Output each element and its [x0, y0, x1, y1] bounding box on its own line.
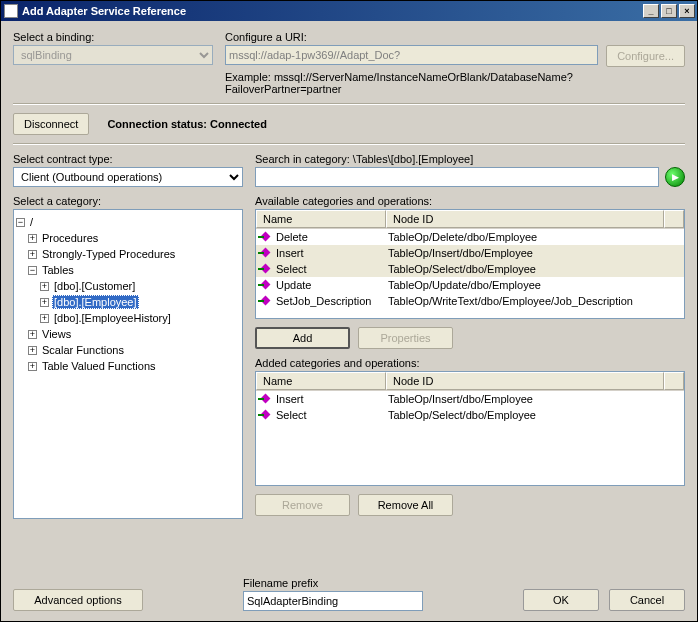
separator: [13, 103, 685, 105]
expand-icon[interactable]: +: [28, 346, 37, 355]
disconnect-button[interactable]: Disconnect: [13, 113, 89, 135]
uri-input[interactable]: [225, 45, 598, 65]
expand-icon[interactable]: +: [40, 298, 49, 307]
operation-icon: [260, 394, 272, 404]
tree-item[interactable]: −Tables: [16, 262, 240, 278]
tree-item[interactable]: +Scalar Functions: [16, 342, 240, 358]
tree-item[interactable]: +Procedures: [16, 230, 240, 246]
expand-icon[interactable]: +: [28, 330, 37, 339]
list-item[interactable]: SelectTableOp/Select/dbo/Employee: [256, 261, 684, 277]
ok-button[interactable]: OK: [523, 589, 599, 611]
search-label: Search in category: \Tables\[dbo].[Emplo…: [255, 153, 685, 165]
cancel-button[interactable]: Cancel: [609, 589, 685, 611]
available-listview[interactable]: Name Node ID DeleteTableOp/Delete/dbo/Em…: [255, 209, 685, 319]
operation-icon: [260, 232, 272, 242]
configure-button[interactable]: Configure...: [606, 45, 685, 67]
list-item[interactable]: SetJob_DescriptionTableOp/WriteText/dbo/…: [256, 293, 684, 309]
expand-icon[interactable]: +: [28, 234, 37, 243]
added-listview[interactable]: Name Node ID InsertTableOp/Insert/dbo/Em…: [255, 371, 685, 486]
minimize-icon[interactable]: _: [643, 4, 659, 18]
app-icon: [4, 4, 18, 18]
operation-icon: [260, 280, 272, 290]
col-spacer: [664, 372, 684, 390]
window-title: Add Adapter Service Reference: [22, 5, 641, 17]
operation-icon: [260, 264, 272, 274]
properties-button[interactable]: Properties: [358, 327, 453, 349]
col-node-id[interactable]: Node ID: [386, 372, 664, 390]
tree-item[interactable]: +[dbo].[EmployeeHistory]: [16, 310, 240, 326]
category-tree[interactable]: −/ +Procedures +Strongly-Typed Procedure…: [13, 209, 243, 519]
list-item[interactable]: UpdateTableOp/Update/dbo/Employee: [256, 277, 684, 293]
expand-icon[interactable]: +: [40, 282, 49, 291]
col-spacer: [664, 210, 684, 228]
col-name[interactable]: Name: [256, 210, 386, 228]
titlebar: Add Adapter Service Reference _ □ ×: [1, 1, 697, 21]
list-item[interactable]: DeleteTableOp/Delete/dbo/Employee: [256, 229, 684, 245]
search-input[interactable]: [255, 167, 659, 187]
expand-icon[interactable]: +: [40, 314, 49, 323]
uri-example-text: Example: mssql://ServerName/InstanceName…: [225, 71, 685, 95]
expand-icon[interactable]: +: [28, 362, 37, 371]
add-button[interactable]: Add: [255, 327, 350, 349]
select-contract-label: Select contract type:: [13, 153, 243, 165]
remove-all-button[interactable]: Remove All: [358, 494, 453, 516]
available-ops-label: Available categories and operations:: [255, 195, 685, 207]
operation-icon: [260, 296, 272, 306]
separator: [13, 143, 685, 145]
col-node-id[interactable]: Node ID: [386, 210, 664, 228]
dialog-body: Select a binding: sqlBinding Configure a…: [1, 21, 697, 621]
select-binding-label: Select a binding:: [13, 31, 213, 43]
tree-root[interactable]: −/: [16, 214, 240, 230]
tree-item[interactable]: +Views: [16, 326, 240, 342]
close-icon[interactable]: ×: [679, 4, 695, 18]
tree-item-selected: [dbo].[Employee]: [52, 295, 139, 309]
collapse-icon[interactable]: −: [16, 218, 25, 227]
added-ops-label: Added categories and operations:: [255, 357, 685, 369]
contract-select[interactable]: Client (Outbound operations): [13, 167, 243, 187]
dialog-window: Add Adapter Service Reference _ □ × Sele…: [0, 0, 698, 622]
list-item[interactable]: InsertTableOp/Insert/dbo/Employee: [256, 245, 684, 261]
remove-button[interactable]: Remove: [255, 494, 350, 516]
tree-item[interactable]: +[dbo].[Customer]: [16, 278, 240, 294]
collapse-icon[interactable]: −: [28, 266, 37, 275]
connection-status-value: Connected: [210, 118, 267, 130]
binding-select[interactable]: sqlBinding: [13, 45, 213, 65]
tree-item[interactable]: +[dbo].[Employee]: [16, 294, 240, 310]
list-item[interactable]: InsertTableOp/Insert/dbo/Employee: [256, 391, 684, 407]
expand-icon[interactable]: +: [28, 250, 37, 259]
operation-icon: [260, 410, 272, 420]
advanced-options-button[interactable]: Advanced options: [13, 589, 143, 611]
go-icon[interactable]: ▶: [665, 167, 685, 187]
filename-prefix-input[interactable]: [243, 591, 423, 611]
select-category-label: Select a category:: [13, 195, 243, 207]
tree-item[interactable]: +Table Valued Functions: [16, 358, 240, 374]
maximize-icon[interactable]: □: [661, 4, 677, 18]
col-name[interactable]: Name: [256, 372, 386, 390]
operation-icon: [260, 248, 272, 258]
connection-status-label: Connection status:: [107, 118, 207, 130]
tree-item[interactable]: +Strongly-Typed Procedures: [16, 246, 240, 262]
filename-prefix-label: Filename prefix: [243, 577, 423, 589]
list-item[interactable]: SelectTableOp/Select/dbo/Employee: [256, 407, 684, 423]
configure-uri-label: Configure a URI:: [225, 31, 685, 43]
